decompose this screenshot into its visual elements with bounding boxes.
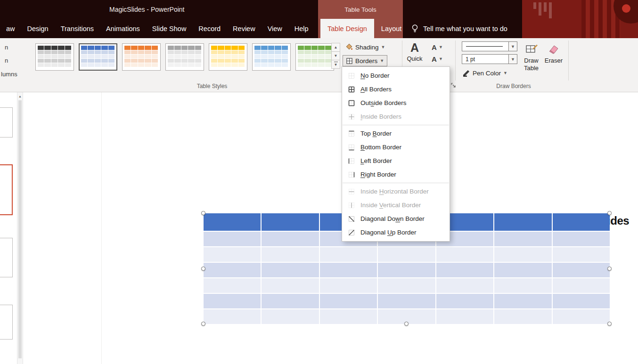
table-body-cell[interactable] <box>494 278 551 293</box>
table-style-swatch-gray-accent3[interactable] <box>165 43 204 71</box>
table-body-cell[interactable] <box>262 278 319 293</box>
table-body-cell[interactable] <box>204 263 261 277</box>
menu-item-bottom-border[interactable]: Bottom Border <box>342 140 450 154</box>
tab-design[interactable]: Design <box>21 19 55 38</box>
menu-item-all-borders[interactable]: All Borders <box>342 82 450 96</box>
pen-weight-combo[interactable]: 1 pt ▼ <box>462 54 517 64</box>
table-body-cell[interactable] <box>436 294 493 308</box>
pen-style-value[interactable] <box>462 41 509 51</box>
table-body-cell[interactable] <box>378 278 435 293</box>
text-fill-button[interactable]: A ▼ <box>429 42 446 52</box>
table-body-cell[interactable] <box>262 294 319 308</box>
table-header-cell[interactable] <box>204 213 261 231</box>
table-style-swatch-blue-accent5[interactable] <box>252 43 291 71</box>
selection-handle-top-right[interactable] <box>607 211 612 215</box>
selection-handle-middle-left[interactable] <box>201 267 205 271</box>
text-outline-button[interactable]: A ▼ <box>429 54 446 64</box>
selection-handle-middle-right[interactable] <box>607 267 612 271</box>
table-body-cell[interactable] <box>204 278 261 293</box>
tab-transitions[interactable]: Transitions <box>55 19 100 38</box>
table-body-cell[interactable] <box>262 309 319 324</box>
table-body-cell[interactable] <box>262 247 319 262</box>
menu-item-no-border[interactable]: No Border <box>342 69 450 82</box>
table-body-cell[interactable] <box>320 294 377 308</box>
table-style-swatch-dark[interactable] <box>35 43 74 71</box>
borders-button[interactable]: Borders ▼ <box>343 55 387 66</box>
table-style-swatch-blue-accent1[interactable] <box>79 43 117 71</box>
tab-layout[interactable]: Layout <box>374 19 409 38</box>
quick-styles-button[interactable]: A Quick <box>403 40 426 62</box>
tell-me-box[interactable]: Tell me what you want to do <box>411 19 507 38</box>
gallery-scroll-down-button[interactable]: ▼ <box>331 51 340 60</box>
table-body-cell[interactable] <box>262 263 319 277</box>
tab-help[interactable]: Help <box>288 19 315 38</box>
table-body-cell[interactable] <box>378 294 435 308</box>
table-body-cell[interactable] <box>436 309 493 324</box>
table-body-cell[interactable] <box>378 263 435 277</box>
menu-item-right-border[interactable]: Right Border <box>342 168 450 181</box>
pen-weight-value[interactable]: 1 pt <box>462 54 509 64</box>
table-body-cell[interactable] <box>378 247 435 262</box>
table-style-swatch-yellow-accent4[interactable] <box>209 43 247 71</box>
table-body-cell[interactable] <box>494 232 551 246</box>
tab-slide-show[interactable]: Slide Show <box>146 19 193 38</box>
slide-thumbnail-3[interactable] <box>0 238 13 277</box>
table-body-cell[interactable] <box>553 278 610 293</box>
shading-button[interactable]: Shading ▼ <box>343 41 388 53</box>
menu-item-top-border[interactable]: Top Border <box>342 127 450 140</box>
table-body-cell[interactable] <box>320 278 377 293</box>
tab-view[interactable]: View <box>262 19 288 38</box>
tab-record[interactable]: Record <box>192 19 227 38</box>
draw-table-button[interactable]: Draw Table <box>520 41 542 82</box>
table-body-cell[interactable] <box>494 294 551 308</box>
table-header-cell[interactable] <box>262 213 319 231</box>
eraser-button[interactable]: Eraser <box>543 41 564 82</box>
table-body-cell[interactable] <box>494 309 551 324</box>
table-body-cell[interactable] <box>553 247 610 262</box>
table-body-cell[interactable] <box>204 309 261 324</box>
table-body-cell[interactable] <box>553 309 610 324</box>
table-body-cell[interactable] <box>320 309 377 324</box>
table-body-cell[interactable] <box>320 263 377 277</box>
table-header-cell[interactable] <box>553 213 610 231</box>
selection-handle-bottom-center[interactable] <box>404 322 409 326</box>
pen-weight-dropdown-button[interactable]: ▼ <box>509 54 517 64</box>
menu-item-diagonal-up-border[interactable]: Diagonal Up Border <box>342 226 450 239</box>
table-body-cell[interactable] <box>436 247 493 262</box>
table-body-cell[interactable] <box>204 232 261 246</box>
table-body-cell[interactable] <box>262 232 319 246</box>
table-body-cell[interactable] <box>320 247 377 262</box>
slide-thumbnail-4[interactable] <box>0 305 13 340</box>
tab-aw[interactable]: aw <box>0 19 21 38</box>
tab-animations[interactable]: Animations <box>100 19 146 38</box>
table-body-cell[interactable] <box>494 263 551 277</box>
table-header-cell[interactable] <box>494 213 551 231</box>
selection-handle-top-left[interactable] <box>201 211 205 215</box>
scrollbar-up-button[interactable]: ▲ <box>17 92 23 100</box>
table-body-cell[interactable] <box>204 294 261 308</box>
pen-style-dropdown-button[interactable]: ▼ <box>509 41 517 51</box>
pen-style-combo[interactable]: ▼ <box>462 41 517 51</box>
slide-thumbnail-1[interactable] <box>0 107 13 138</box>
selection-handle-bottom-right[interactable] <box>607 322 612 326</box>
table-body-cell[interactable] <box>553 232 610 246</box>
gallery-more-button[interactable]: ▼ <box>331 60 340 69</box>
menu-item-diagonal-down-border[interactable]: Diagonal Down Border <box>342 212 450 226</box>
dialog-launcher-icon[interactable] <box>451 83 457 89</box>
menu-item-left-border[interactable]: Left Border <box>342 154 450 168</box>
tab-table-design[interactable]: Table Design <box>320 19 374 38</box>
table-body-cell[interactable] <box>553 263 610 277</box>
table-body-cell[interactable] <box>436 263 493 277</box>
tab-review[interactable]: Review <box>227 19 262 38</box>
scrollbar-thumb[interactable] <box>18 100 22 358</box>
thumbnails-scrollbar[interactable]: ▲ <box>17 92 23 364</box>
slide-thumbnail-2-selected[interactable] <box>0 164 13 215</box>
table-style-swatch-green-accent6[interactable] <box>295 43 334 71</box>
table-body-cell[interactable] <box>494 247 551 262</box>
menu-item-outside-borders[interactable]: Outside Borders <box>342 96 450 110</box>
selection-handle-bottom-left[interactable] <box>201 322 205 326</box>
pen-color-button[interactable]: Pen Color ▼ <box>460 67 510 79</box>
table-body-cell[interactable] <box>204 247 261 262</box>
table-body-cell[interactable] <box>436 278 493 293</box>
table-style-swatch-orange-accent2[interactable] <box>122 43 161 71</box>
